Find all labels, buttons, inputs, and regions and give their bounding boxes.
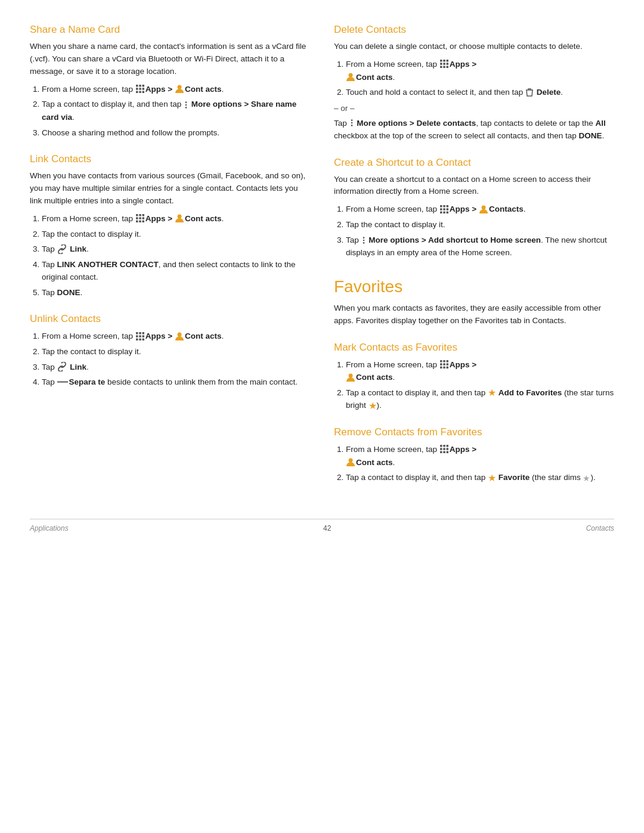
svg-rect-24 <box>139 332 141 335</box>
svg-point-45 <box>351 125 352 126</box>
link-contacts-intro: When you have contacts from various sour… <box>30 170 310 208</box>
svg-rect-59 <box>440 360 442 363</box>
svg-rect-1 <box>139 85 141 87</box>
step-item: Tap LINK ANOTHER CONTACT, and then selec… <box>42 258 310 284</box>
link-contacts-title: Link Contacts <box>30 153 310 165</box>
svg-rect-7 <box>139 91 141 94</box>
apps-grid-icon-3 <box>135 332 145 341</box>
svg-rect-46 <box>440 205 442 208</box>
trash-icon <box>525 88 534 97</box>
apps-label-6: Apps > <box>450 360 476 369</box>
svg-rect-0 <box>136 85 138 87</box>
svg-point-12 <box>185 107 187 109</box>
svg-rect-76 <box>443 451 445 454</box>
svg-rect-3 <box>136 88 138 90</box>
svg-rect-28 <box>142 335 144 337</box>
svg-rect-77 <box>446 451 448 454</box>
all-checkbox-label: All <box>596 119 606 128</box>
svg-rect-14 <box>139 214 141 216</box>
apps-label-2: Apps > <box>145 214 172 223</box>
cont-acts-label-4: Cont acts <box>356 73 393 82</box>
contacts-person-icon-3 <box>175 332 184 341</box>
svg-rect-64 <box>446 363 448 366</box>
svg-rect-5 <box>142 88 144 90</box>
svg-point-9 <box>177 85 181 89</box>
remove-favorites-title: Remove Contacts from Favorites <box>334 426 614 438</box>
share-name-card-title: Share a Name Card <box>30 24 310 36</box>
separate-bar-icon <box>57 381 68 383</box>
svg-rect-71 <box>446 445 448 447</box>
apps-label-7: Apps > <box>450 445 476 454</box>
svg-rect-8 <box>142 91 144 94</box>
svg-point-55 <box>481 205 485 209</box>
create-shortcut-steps: From a Home screen, tap Apps > Contacts.… <box>346 203 614 259</box>
svg-point-11 <box>185 104 187 106</box>
svg-rect-4 <box>139 88 141 90</box>
more-delete-label: More options > Delete contacts <box>357 119 476 128</box>
step-item: Tap Separa te beside contacts to unlink … <box>42 376 310 389</box>
done-label-2: DONE <box>579 131 602 140</box>
section-create-shortcut: Create a Shortcut to a Contact You can c… <box>334 157 614 259</box>
more-options-icon-2 <box>349 119 354 127</box>
link-chain-icon <box>57 244 67 254</box>
link-chain-icon-2 <box>57 362 67 371</box>
svg-rect-25 <box>142 332 144 335</box>
svg-rect-34 <box>443 60 445 62</box>
svg-rect-62 <box>440 363 442 366</box>
create-shortcut-intro: You can create a shortcut to a contact o… <box>334 174 614 199</box>
more-options-label: More options > Share name card via <box>42 100 296 122</box>
favorites-title: Favorites <box>334 277 614 296</box>
svg-point-43 <box>351 119 352 121</box>
svg-rect-72 <box>440 448 442 451</box>
step-item: Tap Link. <box>42 361 310 374</box>
svg-rect-52 <box>440 211 442 213</box>
svg-rect-61 <box>446 360 448 363</box>
step-item: From a Home screen, tap Apps > Cont acts… <box>346 443 614 469</box>
svg-rect-41 <box>446 66 448 69</box>
svg-rect-18 <box>142 218 144 220</box>
svg-rect-19 <box>136 221 138 223</box>
apps-grid-icon-4 <box>439 59 449 69</box>
star-filled-icon-2: ★ <box>369 401 377 411</box>
svg-rect-66 <box>443 367 445 369</box>
svg-rect-21 <box>142 221 144 223</box>
svg-rect-15 <box>142 214 144 216</box>
contacts-person-icon-7 <box>346 457 355 467</box>
favorites-intro: When you mark contacts as favorites, the… <box>334 302 614 327</box>
svg-rect-20 <box>139 221 141 223</box>
step-item: Tap DONE. <box>42 286 310 299</box>
svg-rect-70 <box>443 445 445 447</box>
svg-rect-27 <box>139 335 141 337</box>
right-column: Delete Contacts You can delete a single … <box>334 24 614 489</box>
star-filled-icon-3: ★ <box>488 473 496 483</box>
more-options-icon-3 <box>361 236 366 244</box>
cont-acts-label-6: Cont acts <box>356 373 393 382</box>
delete-contacts-title: Delete Contacts <box>334 24 614 36</box>
contacts-person-icon-4 <box>346 72 355 82</box>
star-filled-icon: ★ <box>488 388 496 398</box>
svg-rect-65 <box>440 367 442 369</box>
favorite-label: Favorite <box>499 473 530 482</box>
svg-rect-6 <box>136 91 138 94</box>
step-item: From a Home screen, tap Apps > Cont acts… <box>346 358 614 384</box>
apps-label: Apps > <box>145 85 172 94</box>
svg-point-32 <box>177 332 181 336</box>
add-shortcut-label: More options > Add shortcut to Home scre… <box>369 236 541 244</box>
mark-favorites-steps: From a Home screen, tap Apps > Cont acts… <box>346 358 614 412</box>
cont-acts-label-1: Cont acts <box>185 85 222 94</box>
step-item: From a Home screen, tap Apps > Cont acts… <box>346 58 614 83</box>
more-options-icon <box>184 100 188 109</box>
svg-rect-35 <box>446 60 448 62</box>
apps-label-5: Apps > <box>450 205 476 213</box>
star-outline-icon: ★ <box>583 474 590 482</box>
step-item: Tap the contact to display it. <box>346 218 614 231</box>
svg-rect-60 <box>443 360 445 363</box>
svg-point-22 <box>177 215 181 219</box>
svg-rect-74 <box>446 448 448 451</box>
svg-rect-47 <box>443 205 445 208</box>
svg-rect-26 <box>136 335 138 337</box>
svg-point-10 <box>185 101 187 103</box>
section-favorites: Favorites When you mark contacts as favo… <box>334 277 614 484</box>
apps-grid-icon-7 <box>439 444 449 454</box>
step-item: From a Home screen, tap Apps > Cont acts… <box>42 212 310 225</box>
